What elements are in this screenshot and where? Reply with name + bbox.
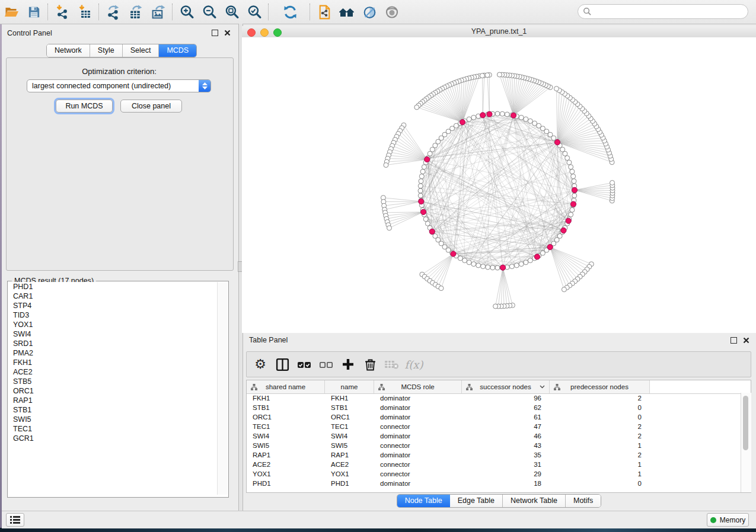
graph-node[interactable] (387, 226, 392, 230)
graph-node[interactable] (420, 169, 425, 174)
graph-node[interactable] (418, 184, 423, 188)
graph-node[interactable] (418, 193, 423, 198)
tab-edge-table[interactable]: Edge Table (450, 495, 503, 507)
graph-node[interactable] (486, 265, 490, 270)
visual-styles-icon[interactable] (359, 2, 379, 21)
graph-node[interactable] (481, 264, 486, 269)
graph-node[interactable] (495, 111, 500, 116)
graph-node[interactable] (571, 174, 576, 179)
graph-node[interactable] (500, 111, 505, 116)
graph-node[interactable] (476, 263, 481, 268)
select-all-icon[interactable] (295, 355, 313, 373)
graph-node[interactable] (384, 163, 388, 168)
result-item[interactable]: GCR1 (8, 434, 216, 443)
graph-node[interactable] (425, 221, 430, 226)
close-panel-button[interactable]: Close panel (120, 100, 182, 113)
add-column-icon[interactable] (339, 355, 357, 373)
mcds-hub-node[interactable] (487, 111, 492, 117)
result-item[interactable]: RAP1 (8, 396, 216, 405)
mcds-hub-node[interactable] (572, 187, 577, 193)
graph-node[interactable] (519, 262, 524, 267)
graph-node[interactable] (524, 260, 528, 265)
result-item[interactable]: TID3 (8, 310, 216, 320)
graph-node[interactable] (495, 265, 500, 270)
graph-node[interactable] (610, 180, 615, 185)
mcds-hub-node[interactable] (534, 254, 540, 259)
graph-node[interactable] (509, 264, 514, 269)
tab-select[interactable]: Select (123, 44, 160, 57)
graph-node[interactable] (497, 72, 502, 77)
graph-node[interactable] (528, 118, 532, 123)
mcds-hub-node[interactable] (420, 209, 426, 214)
mcds-hub-node[interactable] (500, 265, 505, 270)
birds-eye-icon[interactable] (382, 2, 402, 21)
graph-node[interactable] (485, 73, 490, 78)
open-file-icon[interactable] (1, 2, 21, 21)
mcds-hub-node[interactable] (460, 120, 465, 125)
table-row[interactable]: PHD1PHD1dominator180 (247, 479, 751, 488)
mcds-hub-node[interactable] (419, 198, 424, 204)
result-item[interactable]: ORC1 (8, 386, 216, 396)
graph-node[interactable] (505, 112, 509, 117)
mcds-hub-node[interactable] (547, 244, 553, 249)
mcds-hub-node[interactable] (480, 113, 486, 118)
result-item[interactable]: SWI5 (8, 415, 216, 424)
graph-node[interactable] (471, 262, 476, 267)
graph-node[interactable] (419, 174, 424, 179)
close-panel-icon[interactable] (224, 30, 231, 36)
tab-mcds[interactable]: MCDS (159, 44, 196, 57)
result-item[interactable]: SRD1 (8, 339, 216, 348)
table-row[interactable]: STB1STB1dominator620 (247, 403, 751, 412)
mcds-hub-node[interactable] (425, 157, 430, 162)
graph-node[interactable] (467, 117, 471, 121)
float-table-panel-icon[interactable] (731, 337, 737, 344)
float-panel-icon[interactable] (212, 30, 218, 36)
graph-node[interactable] (462, 258, 467, 263)
graph-node[interactable] (567, 160, 572, 165)
tab-style[interactable]: Style (90, 44, 123, 57)
table-row[interactable]: RAP1RAP1dominator352 (247, 450, 751, 460)
graph-node[interactable] (490, 265, 495, 270)
result-item[interactable]: CAR1 (8, 291, 216, 301)
export-image-icon[interactable] (148, 2, 168, 21)
graph-node[interactable] (532, 121, 537, 126)
tab-motifs[interactable]: Motifs (566, 495, 601, 507)
zoom-out-icon[interactable] (199, 2, 219, 21)
close-table-panel-icon[interactable] (743, 337, 749, 344)
graph-node[interactable] (572, 193, 577, 198)
zoom-selected-icon[interactable] (244, 2, 264, 21)
run-mcds-button[interactable]: Run MCDS (56, 100, 113, 113)
graph-node[interactable] (428, 151, 432, 156)
graph-node[interactable] (418, 188, 423, 193)
network-canvas[interactable] (242, 37, 756, 333)
graph-node[interactable] (569, 212, 573, 217)
tab-network[interactable]: Network (47, 44, 90, 57)
graph-node[interactable] (423, 217, 428, 222)
graph-node[interactable] (514, 263, 519, 268)
graph-node[interactable] (572, 179, 576, 184)
memory-button[interactable]: Memory (707, 513, 749, 527)
table-settings-icon[interactable]: ⚙ (251, 355, 269, 373)
show-columns-icon[interactable] (273, 355, 291, 373)
result-list-scrollbar[interactable] (217, 282, 228, 495)
column-header-predecessor-nodes[interactable]: predecessor nodes (550, 380, 650, 394)
graph-node[interactable] (570, 169, 575, 174)
graph-node[interactable] (554, 86, 559, 91)
tab-network-table[interactable]: Network Table (503, 495, 566, 507)
search-input[interactable] (578, 4, 748, 19)
share-document-icon[interactable] (314, 2, 334, 21)
graph-node[interactable] (467, 260, 471, 265)
column-header-mcds-role[interactable]: MCDS role (374, 380, 462, 394)
graph-node[interactable] (565, 156, 570, 161)
result-item[interactable]: STB5 (8, 377, 216, 386)
export-network-icon[interactable] (103, 2, 123, 21)
graph-node[interactable] (471, 115, 476, 120)
table-row[interactable]: SWI5SWI5connector431 (247, 441, 751, 450)
node-table[interactable]: shared name name MCDS role successor nod… (246, 380, 751, 493)
mcds-hub-node[interactable] (429, 229, 435, 234)
import-network-icon[interactable] (52, 2, 72, 21)
column-header-shared-name[interactable]: shared name (247, 380, 325, 394)
refresh-icon[interactable] (280, 2, 300, 21)
graph-node[interactable] (480, 73, 484, 78)
table-row[interactable]: FKH1FKH1dominator962 (247, 393, 751, 403)
